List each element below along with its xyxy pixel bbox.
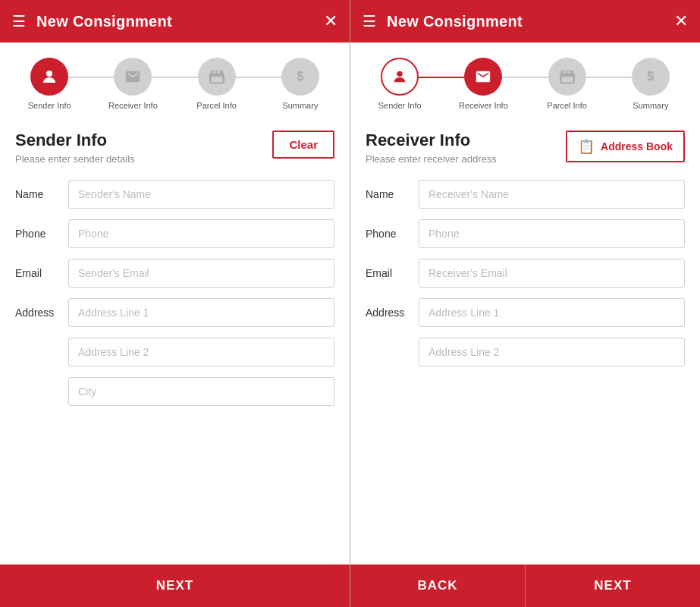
menu-icon-receiver[interactable]: ☰ (363, 12, 376, 30)
close-icon[interactable]: ✕ (324, 11, 337, 31)
step-sender-r: Sender Info (358, 58, 441, 111)
panel-sender: ☰ New Consignment ✕ Sender Info Receiver (0, 0, 350, 607)
receiver-section-subtitle: Please enter receiver address (366, 153, 497, 165)
step-parcel-r: Parcel Info (526, 58, 609, 111)
step-label-parcel: Parcel Info (196, 100, 237, 111)
step-label-summary: Summary (282, 100, 318, 111)
sender-email-input[interactable] (68, 259, 334, 288)
step-label-parcel-r: Parcel Info (547, 100, 587, 111)
sender-name-row: Name (15, 180, 334, 209)
receiver-name-label: Name (366, 188, 419, 200)
sender-address2-input[interactable] (68, 338, 334, 366)
sender-email-label: Email (15, 267, 68, 279)
receiver-section-text: Receiver Info Please enter receiver addr… (366, 131, 497, 165)
sender-phone-label: Phone (15, 228, 68, 240)
receiver-section-title: Receiver Info (366, 131, 497, 150)
step-label-sender: Sender Info (28, 100, 71, 111)
sender-phone-input[interactable] (68, 219, 334, 248)
sender-name-label: Name (15, 188, 68, 200)
footer-receiver: BACK NEXT (350, 565, 700, 607)
svg-point-1 (397, 71, 402, 77)
address-book-label: Address Book (601, 140, 673, 153)
receiver-address-label: Address (366, 307, 419, 319)
steps-receiver: Sender Info Receiver Info Parcel Info (350, 42, 700, 118)
sender-section-title: Sender Info (15, 131, 135, 150)
clear-button[interactable]: Clear (272, 131, 334, 159)
sender-name-input[interactable] (68, 180, 334, 209)
step-circle-parcel-r (548, 58, 586, 96)
footer-sender: NEXT (0, 565, 350, 607)
receiver-address1-input[interactable] (419, 298, 685, 327)
step-circle-receiver-r (464, 58, 502, 96)
header-sender: ☰ New Consignment ✕ (0, 0, 350, 42)
step-summary: $ Summary (259, 58, 342, 111)
receiver-email-row: Email (366, 259, 685, 288)
receiver-phone-label: Phone (366, 228, 419, 240)
receiver-address2-row (366, 338, 685, 366)
step-circle-parcel (198, 58, 236, 96)
step-circle-summary-r: $ (632, 58, 670, 96)
step-circle-sender-r (381, 58, 419, 96)
receiver-form-content: Receiver Info Please enter receiver addr… (350, 118, 700, 565)
header-receiver: ☰ New Consignment ✕ (350, 0, 700, 42)
sender-address2-row (15, 338, 334, 366)
address-book-icon: 📋 (578, 138, 595, 155)
receiver-email-input[interactable] (419, 259, 685, 288)
step-label-sender-r: Sender Info (378, 100, 422, 111)
sender-address-row: Address (15, 298, 334, 327)
footer-split: BACK NEXT (350, 565, 700, 607)
header-title-receiver: New Consignment (387, 13, 674, 30)
step-label-receiver: Receiver Info (108, 100, 158, 111)
sender-section-subtitle: Please enter sender details (15, 153, 135, 165)
step-parcel: Parcel Info (175, 58, 259, 111)
receiver-phone-row: Phone (366, 219, 685, 248)
step-circle-receiver (114, 58, 152, 96)
panel-receiver: ☰ New Consignment ✕ Sender Info Receiver (350, 0, 700, 607)
receiver-address2-input[interactable] (419, 338, 685, 366)
menu-icon[interactable]: ☰ (12, 12, 26, 30)
header-title-sender: New Consignment (36, 13, 324, 30)
receiver-address-row: Address (366, 298, 685, 327)
receiver-section-header: Receiver Info Please enter receiver addr… (366, 131, 685, 165)
sender-section-header: Sender Info Please enter sender details … (15, 131, 334, 165)
sender-city-row (15, 377, 334, 406)
next-button-receiver[interactable]: NEXT (525, 565, 700, 607)
next-button-sender[interactable]: NEXT (0, 565, 350, 607)
svg-point-0 (46, 71, 52, 77)
steps-sender: Sender Info Receiver Info Parcel Info (0, 42, 350, 118)
step-sender: Sender Info (8, 58, 91, 111)
receiver-name-row: Name (366, 180, 685, 209)
back-button[interactable]: BACK (350, 565, 525, 607)
receiver-name-input[interactable] (419, 180, 685, 209)
step-circle-sender (30, 58, 68, 96)
step-receiver-r: Receiver Info (441, 58, 525, 111)
close-icon-receiver[interactable]: ✕ (674, 11, 688, 31)
step-summary-r: $ Summary (609, 58, 692, 111)
address-book-button[interactable]: 📋 Address Book (566, 131, 685, 162)
receiver-phone-input[interactable] (419, 219, 685, 248)
step-label-summary-r: Summary (633, 100, 668, 111)
sender-phone-row: Phone (15, 219, 334, 248)
step-receiver: Receiver Info (91, 58, 174, 111)
sender-address-label: Address (15, 307, 68, 319)
sender-address1-input[interactable] (68, 298, 334, 327)
step-label-receiver-r: Receiver Info (459, 100, 508, 111)
receiver-email-label: Email (366, 267, 419, 279)
sender-city-input[interactable] (68, 377, 334, 406)
sender-form-content: Sender Info Please enter sender details … (0, 118, 350, 565)
step-circle-summary: $ (281, 58, 319, 96)
sender-section-text: Sender Info Please enter sender details (15, 131, 135, 165)
sender-email-row: Email (15, 259, 334, 288)
